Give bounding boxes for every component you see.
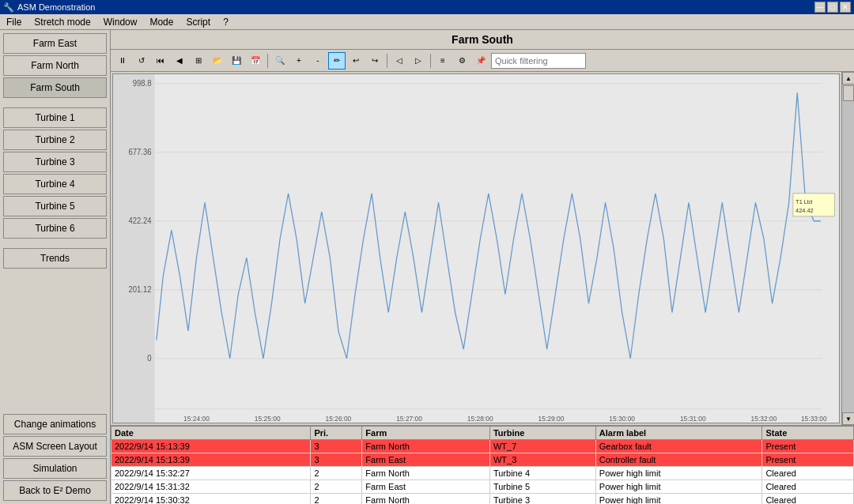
pause-button[interactable]: ⏸ bbox=[114, 52, 131, 70]
cell-label: Controller fault bbox=[595, 453, 762, 467]
table-row[interactable]: 2022/9/14 15:31:322Farm EastTurbine 5Pow… bbox=[111, 480, 854, 494]
zoom-in-button[interactable]: + bbox=[290, 52, 308, 70]
cell-turbine: WT_7 bbox=[489, 440, 595, 453]
menu-bar: File Stretch mode Window Mode Script ? bbox=[0, 14, 854, 30]
copy-button[interactable]: ⊞ bbox=[190, 52, 207, 70]
props-button[interactable]: ⚙ bbox=[453, 52, 470, 70]
sidebar-turbine-2[interactable]: Turbine 2 bbox=[3, 130, 107, 150]
menu-stretch-mode[interactable]: Stretch mode bbox=[31, 17, 93, 28]
svg-text:15:28:00: 15:28:00 bbox=[467, 414, 493, 422]
prev-page-button[interactable]: ◁ bbox=[391, 52, 408, 70]
table-row[interactable]: 2022/9/14 15:32:272Farm NorthTurbine 4Po… bbox=[111, 467, 854, 480]
sidebar-turbine-4[interactable]: Turbine 4 bbox=[3, 174, 107, 194]
cell-priority: 2 bbox=[311, 480, 362, 494]
table-row[interactable]: 2022/9/14 15:30:322Farm NorthTurbine 3Po… bbox=[111, 494, 854, 505]
chart-scrollbar[interactable]: ▲ ▼ bbox=[841, 72, 854, 425]
svg-text:15:24:00: 15:24:00 bbox=[183, 414, 210, 422]
chart-title: Farm South bbox=[111, 30, 854, 50]
cell-farm: Farm North bbox=[362, 494, 490, 505]
cell-date: 2022/9/14 15:32:27 bbox=[111, 467, 311, 480]
pin-button[interactable]: 📌 bbox=[472, 52, 489, 70]
scroll-down-button[interactable]: ▼ bbox=[842, 412, 854, 425]
sidebar-turbine-3[interactable]: Turbine 3 bbox=[3, 152, 107, 172]
cell-date: 2022/9/14 15:31:32 bbox=[111, 480, 311, 494]
cell-turbine: Turbine 5 bbox=[489, 480, 595, 494]
svg-text:424.42: 424.42 bbox=[795, 207, 814, 214]
cell-state: Present bbox=[762, 440, 854, 453]
cell-farm: Farm North bbox=[362, 467, 490, 480]
menu-mode[interactable]: Mode bbox=[146, 17, 176, 28]
app-title: ASM Demonstration bbox=[17, 2, 95, 12]
sidebar-farm-east[interactable]: Farm East bbox=[3, 33, 107, 54]
sidebar-turbine-5[interactable]: Turbine 5 bbox=[3, 196, 107, 216]
skip-back-button[interactable]: ⏮ bbox=[152, 52, 169, 70]
sep2 bbox=[387, 54, 387, 68]
open-button[interactable]: 📂 bbox=[209, 52, 226, 70]
main-container: Farm East Farm North Farm South Turbine … bbox=[0, 30, 854, 504]
svg-rect-1 bbox=[113, 74, 155, 423]
svg-text:15:26:00: 15:26:00 bbox=[325, 414, 351, 422]
svg-text:15:31:00: 15:31:00 bbox=[680, 414, 706, 422]
chart-area: 998.8 677.36 422.24 201.12 0 15:24:00 15… bbox=[112, 73, 840, 423]
sidebar-simulation[interactable]: Simulation bbox=[3, 458, 107, 479]
menu-help[interactable]: ? bbox=[220, 17, 232, 28]
svg-text:15:32:00: 15:32:00 bbox=[751, 414, 777, 422]
cell-date: 2022/9/14 15:13:39 bbox=[111, 440, 311, 453]
svg-text:15:25:00: 15:25:00 bbox=[255, 414, 281, 422]
menu-script[interactable]: Script bbox=[183, 17, 214, 28]
redo-button[interactable]: ↪ bbox=[366, 52, 384, 70]
col-date: Date bbox=[111, 427, 311, 440]
zoom-button[interactable]: 🔍 bbox=[271, 52, 289, 70]
menu-window[interactable]: Window bbox=[100, 17, 141, 28]
zoom-out-button[interactable]: - bbox=[309, 52, 327, 70]
sidebar-turbine-1[interactable]: Turbine 1 bbox=[3, 107, 107, 128]
chart-toolbar: ⏸ ↺ ⏮ ◀ ⊞ 📂 💾 📅 🔍 + - ✏ ↩ ↪ ◁ ▷ ≡ ⚙ 📌 bbox=[111, 50, 854, 72]
svg-text:T1 Ltd: T1 Ltd bbox=[795, 197, 812, 205]
title-bar: 🔧 ASM Demonstration — □ ✕ bbox=[0, 0, 854, 14]
axis-button[interactable]: ≡ bbox=[434, 52, 452, 70]
col-state: State bbox=[762, 427, 854, 440]
table-row[interactable]: 2022/9/14 15:13:393Farm EastWT_3Controll… bbox=[111, 453, 854, 467]
col-turbine: Turbine bbox=[489, 427, 595, 440]
calendar-button[interactable]: 📅 bbox=[247, 52, 264, 70]
refresh-button[interactable]: ↺ bbox=[133, 52, 150, 70]
col-label: Alarm label bbox=[595, 427, 762, 440]
svg-text:998.8: 998.8 bbox=[133, 79, 152, 88]
quick-filter-input[interactable] bbox=[491, 53, 586, 69]
col-farm: Farm bbox=[362, 427, 490, 440]
scroll-thumb[interactable] bbox=[843, 85, 854, 101]
svg-text:15:29:00: 15:29:00 bbox=[538, 414, 565, 422]
table-row[interactable]: 2022/9/14 15:13:393Farm NorthWT_7Gearbox… bbox=[111, 440, 854, 453]
sidebar: Farm East Farm North Farm South Turbine … bbox=[0, 30, 111, 504]
menu-file[interactable]: File bbox=[3, 17, 25, 28]
sidebar-turbine-6[interactable]: Turbine 6 bbox=[3, 218, 107, 239]
cell-state: Cleared bbox=[762, 480, 854, 494]
next-page-button[interactable]: ▷ bbox=[410, 52, 427, 70]
sidebar-farm-south[interactable]: Farm South bbox=[3, 77, 107, 98]
minimize-button[interactable]: — bbox=[814, 2, 826, 13]
scroll-up-button[interactable]: ▲ bbox=[842, 72, 854, 85]
sep3 bbox=[430, 54, 431, 68]
save-button[interactable]: 💾 bbox=[228, 52, 245, 70]
undo-button[interactable]: ↩ bbox=[347, 52, 365, 70]
sidebar-trends[interactable]: Trends bbox=[3, 248, 107, 269]
svg-text:677.36: 677.36 bbox=[129, 148, 152, 157]
close-button[interactable]: ✕ bbox=[840, 2, 851, 13]
chart-svg: 998.8 677.36 422.24 201.12 0 15:24:00 15… bbox=[113, 74, 839, 423]
cell-priority: 3 bbox=[311, 453, 362, 467]
sep1 bbox=[267, 54, 268, 68]
svg-text:201.12: 201.12 bbox=[129, 285, 152, 295]
cell-farm: Farm North bbox=[362, 440, 490, 453]
cell-label: Power high limit bbox=[595, 480, 762, 494]
sidebar-farm-north[interactable]: Farm North bbox=[3, 55, 107, 76]
sidebar-back-to-e2[interactable]: Back to E² Demo bbox=[3, 480, 107, 501]
cell-state: Cleared bbox=[762, 494, 854, 505]
sidebar-asm-screen-layout[interactable]: ASM Screen Layout bbox=[3, 436, 107, 457]
cursor-button[interactable]: ✏ bbox=[328, 52, 346, 70]
sidebar-change-animations[interactable]: Change animations bbox=[3, 414, 107, 434]
maximize-button[interactable]: □ bbox=[827, 2, 838, 13]
svg-text:422.24: 422.24 bbox=[129, 216, 152, 226]
prev-button[interactable]: ◀ bbox=[171, 52, 188, 70]
svg-text:15:27:00: 15:27:00 bbox=[396, 414, 422, 422]
cell-state: Present bbox=[762, 453, 854, 467]
